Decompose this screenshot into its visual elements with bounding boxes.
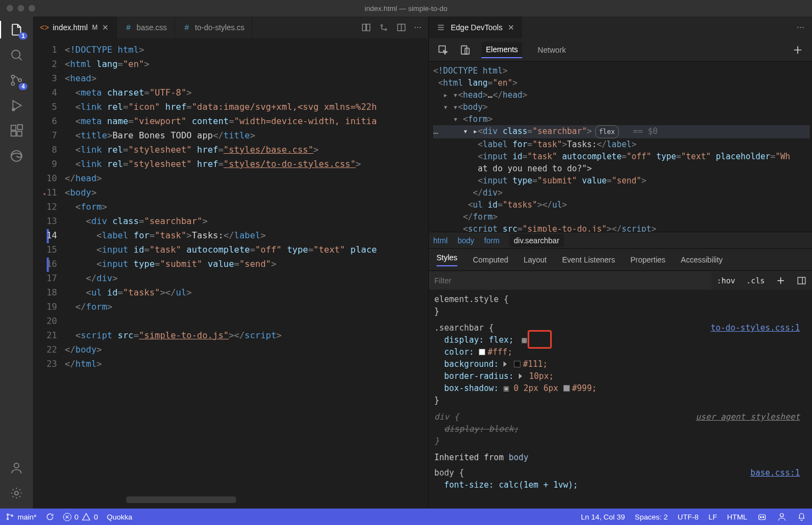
tab-base-css[interactable]: # base.css (117, 16, 175, 38)
styles-tab-computed[interactable]: Computed (473, 255, 508, 264)
status-eol[interactable]: LF (708, 513, 717, 521)
new-rule-icon[interactable] (770, 276, 791, 286)
rule-radius-val[interactable]: 10px; (529, 371, 554, 381)
tab-edge-devtools[interactable]: Edge DevTools ✕ (429, 16, 522, 38)
tab-index-html[interactable]: <> index.html M ✕ (33, 16, 117, 38)
activity-bar: 1 4 (0, 16, 33, 509)
rule-color-prop[interactable]: color: (444, 347, 474, 357)
traffic-lights (7, 5, 35, 12)
styles-tab-accessibility[interactable]: Accessibility (681, 255, 723, 264)
search-icon[interactable] (9, 47, 24, 63)
crumb-html[interactable]: html (433, 236, 447, 245)
account-icon[interactable] (9, 460, 24, 476)
flexbox-overlay-icon[interactable]: ▦ (522, 335, 527, 345)
status-quokka[interactable]: Quokka (107, 513, 133, 521)
warning-count: 0 (94, 513, 98, 521)
color-swatch-icon[interactable] (479, 349, 485, 355)
dom-tree[interactable]: <!DOCTYPE html> <html lang="en"> ▸ ▾<hea… (429, 62, 812, 232)
traffic-max[interactable] (29, 5, 35, 12)
diff-icon[interactable] (361, 23, 371, 32)
code-editor[interactable]: 12345678910▸11121314151617181920212223 <… (33, 38, 428, 509)
add-panel-icon[interactable] (792, 44, 803, 55)
styles-filter-input[interactable] (429, 272, 712, 289)
styles-tab-event-listeners[interactable]: Event Listeners (562, 255, 615, 264)
tab-close-icon[interactable]: ✕ (508, 23, 514, 32)
edge-logo-icon[interactable] (9, 148, 24, 164)
sync-icon[interactable] (46, 512, 54, 521)
css-file-icon: # (125, 24, 132, 31)
tab-label: index.html (53, 23, 88, 32)
devtools-section-network[interactable]: Network (533, 42, 570, 58)
explorer-icon[interactable]: 1 (9, 22, 24, 37)
cls-toggle[interactable]: .cls (741, 276, 770, 285)
status-bar: main* ✕0 0 Quokka Ln 14, Col 39 Spaces: … (0, 509, 812, 525)
styles-tab-properties[interactable]: Properties (630, 255, 665, 264)
color-swatch-icon[interactable] (514, 361, 520, 367)
inspect-element-icon[interactable] (438, 44, 449, 55)
svg-rect-13 (367, 24, 370, 31)
settings-gear-icon[interactable] (9, 485, 24, 501)
rule-shadow-color[interactable]: #999; (572, 383, 597, 393)
styles-tab-layout[interactable]: Layout (524, 255, 547, 264)
crumb-body[interactable]: body (457, 236, 474, 245)
status-cursor-pos[interactable]: Ln 14, Col 39 (581, 513, 625, 521)
device-toggle-icon[interactable] (460, 44, 471, 55)
styles-tab-styles[interactable]: Styles (436, 253, 457, 266)
svg-point-26 (763, 517, 764, 518)
computed-sidebar-toggle-icon[interactable] (791, 276, 812, 286)
crumb-form[interactable]: form (484, 236, 500, 245)
svg-rect-5 (11, 125, 16, 130)
rule-shadow-val[interactable]: 0 2px 6px (514, 383, 558, 393)
devtools-section-elements[interactable]: Elements (481, 42, 522, 58)
run-debug-icon[interactable] (9, 98, 24, 113)
status-branch[interactable]: main* (5, 512, 37, 521)
status-encoding[interactable]: UTF-8 (677, 513, 698, 521)
inherited-label: Inherited from (434, 453, 503, 462)
hov-toggle[interactable]: :hov (712, 276, 741, 285)
horizontal-scrollbar[interactable] (126, 496, 236, 503)
rule-bg-prop[interactable]: background: (444, 359, 499, 369)
svg-rect-24 (759, 515, 765, 520)
rule-radius-prop[interactable]: border-radius: (444, 371, 513, 381)
devtools-star-icon (436, 23, 445, 32)
rule-body-font-size[interactable]: font-size: calc(1em + 1vw); (444, 480, 578, 490)
rule-div-display: display: block; (444, 424, 518, 434)
tab-label: base.css (137, 23, 167, 32)
split-editor-icon[interactable] (396, 23, 406, 32)
window-title: index.html — simple-to-do (365, 4, 447, 13)
color-swatch-icon[interactable] (563, 385, 570, 392)
expand-icon[interactable] (519, 373, 522, 379)
notifications-icon[interactable] (797, 512, 807, 522)
status-problems[interactable]: ✕0 0 (63, 512, 98, 521)
status-language[interactable]: HTML (727, 513, 747, 521)
rule-shadow-prop[interactable]: box-shadow: (444, 383, 499, 393)
copilot-icon[interactable] (757, 512, 767, 522)
rule-bg-val[interactable]: #111; (523, 359, 547, 369)
status-indent[interactable]: Spaces: 2 (635, 513, 668, 521)
styles-rules[interactable]: element.style { } to-do-styles.css:1 .se… (429, 290, 812, 509)
svg-point-3 (19, 79, 21, 81)
rule-display[interactable]: display: flex; (444, 335, 513, 345)
expand-icon[interactable] (503, 361, 507, 367)
more-actions-icon[interactable]: ⋯ (797, 23, 812, 32)
svg-rect-17 (439, 46, 446, 52)
svg-point-22 (7, 518, 9, 520)
svg-point-14 (381, 25, 383, 26)
traffic-min[interactable] (18, 5, 24, 12)
extensions-icon[interactable] (9, 123, 24, 138)
traffic-close[interactable] (7, 5, 13, 12)
rule-source-base[interactable]: base.css:1 (751, 467, 800, 479)
source-control-icon[interactable]: 4 (9, 72, 24, 88)
git-changes-icon[interactable] (379, 23, 389, 32)
svg-point-1 (12, 75, 14, 78)
feedback-icon[interactable] (777, 512, 787, 522)
tab-todo-styles-css[interactable]: # to-do-styles.cs (175, 16, 253, 38)
inherited-from[interactable]: body (508, 453, 528, 462)
shadow-editor-icon[interactable]: ▣ (503, 383, 508, 393)
rule-source-todo[interactable]: to-do-styles.css:1 (710, 322, 800, 334)
more-actions-icon[interactable]: ⋯ (414, 23, 422, 32)
rule-color-val[interactable]: #fff; (488, 347, 512, 357)
crumb-div-searchbar[interactable]: div.searchbar (509, 234, 564, 247)
css-file-icon: # (183, 24, 191, 31)
tab-close-icon[interactable]: ✕ (102, 23, 109, 32)
